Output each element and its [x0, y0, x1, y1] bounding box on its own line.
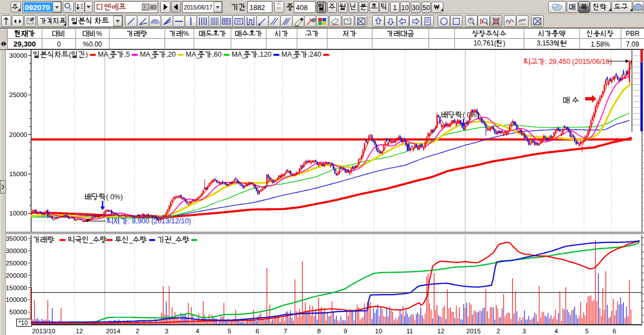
svg-text:3: 3: [522, 328, 526, 334]
svg-text:1: 1: [393, 4, 397, 12]
svg-text:10000: 10000: [10, 210, 27, 217]
svg-text:12: 12: [76, 328, 83, 334]
svg-text:: 8,900 (2013/12/10): : 8,900 (2013/12/10): [128, 217, 191, 225]
svg-text:%: %: [183, 30, 189, 38]
svg-text:10,761(: 10,761(: [474, 39, 497, 47]
svg-text:): ): [85, 51, 87, 58]
svg-text:,5: ,5: [124, 51, 129, 58]
svg-text:10: 10: [375, 328, 382, 334]
svg-text:7: 7: [284, 328, 287, 334]
svg-text:,60: ,60: [212, 51, 221, 58]
svg-text:9: 9: [344, 328, 347, 334]
svg-text:5: 5: [228, 328, 231, 334]
svg-text:300000: 300000: [6, 247, 27, 254]
svg-text:15000: 15000: [10, 171, 27, 177]
svg-text:4: 4: [554, 328, 558, 334]
svg-text:( 0%): ( 0%): [462, 111, 479, 119]
svg-text:6: 6: [613, 328, 616, 334]
svg-text:29,300: 29,300: [13, 40, 36, 48]
svg-text:_: _: [129, 236, 134, 244]
svg-text:0: 0: [57, 40, 61, 48]
svg-text:1.58%: 1.58%: [591, 40, 610, 48]
svg-text:2013/10: 2013/10: [32, 328, 55, 334]
svg-text:12: 12: [437, 328, 444, 334]
svg-text:350000: 350000: [6, 235, 27, 242]
svg-text:11: 11: [406, 328, 413, 334]
svg-text:_: _: [172, 236, 177, 244]
svg-text:4: 4: [196, 328, 200, 334]
svg-text:7.09: 7.09: [626, 40, 640, 48]
svg-text:*10: *10: [18, 319, 28, 326]
svg-text:30000: 30000: [10, 52, 27, 59]
svg-text:3,153: 3,153: [536, 39, 553, 47]
svg-text:150000: 150000: [6, 284, 27, 291]
svg-text:5: 5: [585, 328, 589, 334]
svg-text:2: 2: [136, 328, 139, 334]
svg-text:2014: 2014: [106, 328, 121, 334]
svg-text:,120: ,120: [258, 51, 271, 58]
svg-text:408: 408: [296, 4, 308, 12]
svg-text:092070: 092070: [25, 3, 50, 12]
svg-text:1882: 1882: [249, 4, 265, 12]
svg-text:2: 2: [497, 328, 500, 334]
svg-text:8: 8: [317, 328, 321, 334]
svg-text:3: 3: [165, 328, 168, 334]
svg-text:,240: ,240: [308, 51, 321, 58]
svg-text:: 29,450 (2015/06/16): : 29,450 (2015/06/16): [545, 58, 612, 66]
svg-text:20000: 20000: [10, 131, 27, 138]
svg-text:%: %: [96, 30, 103, 38]
svg-text:PBR: PBR: [626, 30, 640, 38]
svg-text:( 0%): ( 0%): [106, 193, 123, 201]
svg-text:50: 50: [423, 4, 430, 12]
svg-text:6: 6: [256, 328, 259, 334]
svg-text:50000: 50000: [10, 309, 27, 315]
svg-text:): ): [503, 39, 505, 47]
svg-text:10: 10: [401, 4, 409, 12]
svg-text:30: 30: [412, 4, 420, 12]
svg-text:250000: 250000: [6, 260, 27, 267]
svg-text:_: _: [89, 236, 94, 244]
svg-text:2015/06/17: 2015/06/17: [184, 4, 212, 11]
svg-text:25000: 25000: [10, 91, 27, 98]
svg-text:40: 40: [150, 4, 156, 11]
svg-text:200000: 200000: [6, 272, 27, 279]
svg-text:,20: ,20: [166, 51, 175, 58]
svg-text:2015: 2015: [466, 328, 481, 334]
svg-text:100000: 100000: [6, 296, 27, 303]
svg-text:%0.00: %0.00: [83, 40, 102, 48]
